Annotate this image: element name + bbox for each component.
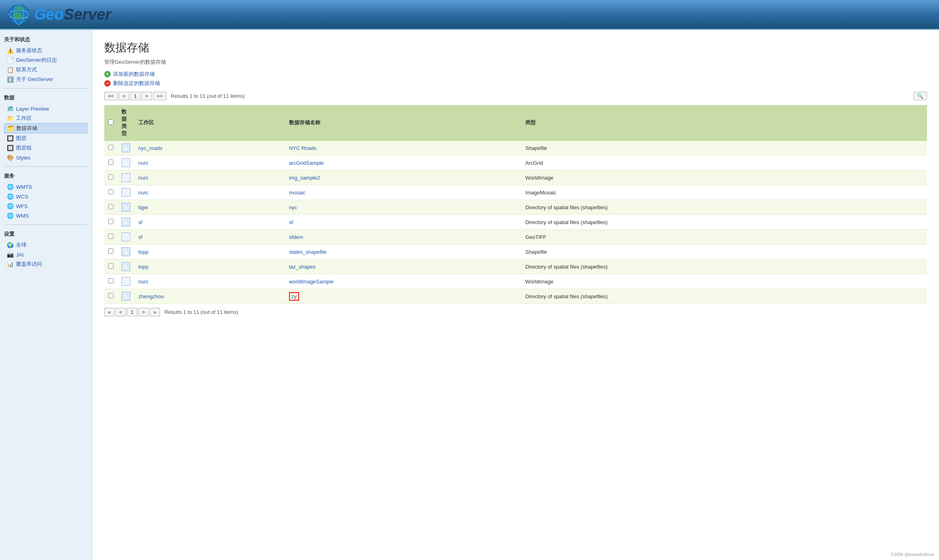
first-page-btn[interactable]: << [104,92,117,100]
next-page-btn[interactable]: > [142,92,152,100]
storename-link[interactable]: taz_shapes [289,264,316,270]
row-checkbox[interactable] [108,293,113,298]
sidebar-item-workspaces[interactable]: 📁 工作区 [4,113,88,123]
workspace-link[interactable]: nurc [138,279,148,285]
sidebar-item-wmts[interactable]: 🌐 WMTS [4,182,88,192]
workspace-link[interactable]: topp [138,249,148,255]
select-all-checkbox[interactable] [108,119,113,125]
storename-link[interactable]: sf [289,219,293,225]
grid-type-icon [121,158,130,167]
row-workspace[interactable]: nyc_roads [134,141,285,156]
row-icon-cell [117,185,134,200]
sidebar-item-logs[interactable]: 📄 GeoServer的日志 [4,55,88,65]
row-storename[interactable]: worldImageSample [285,274,522,289]
header-workspace: 工作区 [134,105,285,141]
sidebar-item-coverage[interactable]: 📊 覆盖率访问 [4,259,88,269]
storename-link[interactable]: NYC Roads [289,145,317,151]
sidebar-item-wms[interactable]: 🌐 WMS [4,211,88,220]
storename-link[interactable]: img_sample2 [289,175,320,181]
row-workspace[interactable]: zhengzhou [134,289,285,304]
storename-link[interactable]: worldImageSample [289,279,334,285]
table-header-row: 数据类型 工作区 数据存储名称 类型 [104,105,927,141]
workspace-link[interactable]: topp [138,264,148,270]
workspace-link[interactable]: nurc [138,190,148,196]
row-checkbox[interactable] [108,204,113,209]
row-storename[interactable]: sf [285,215,522,230]
row-workspace[interactable]: nurc [134,274,285,289]
storename-link[interactable]: mosaic [289,190,306,196]
storename-link[interactable]: sfdem [289,234,303,240]
sidebar-item-global[interactable]: 🌍 全球 [4,240,88,250]
sidebar-item-jai[interactable]: 📷 JAI [4,250,88,259]
first-page-btn-bottom[interactable]: « [104,308,114,316]
row-workspace[interactable]: nurc [134,185,285,200]
sidebar-section-data: 数据 [4,94,88,101]
add-datastore-link[interactable]: + 添加新的数据存储 [104,71,927,78]
row-workspace[interactable]: nurc [134,156,285,170]
page-subtitle: 管理GeoServer的数据存储 [104,59,927,66]
delete-datastore-link[interactable]: − 删除选定的数据存储 [104,80,927,87]
row-storename[interactable]: NYC Roads [285,141,522,156]
row-workspace[interactable]: topp [134,259,285,274]
workspace-link[interactable]: tiger [138,204,148,210]
storename-link[interactable]: arcGridSample [289,160,324,166]
row-checkbox[interactable] [108,189,113,194]
row-checkbox[interactable] [108,278,113,283]
next-page-btn-bottom[interactable]: > [138,308,149,316]
workspace-link[interactable]: nurc [138,160,148,166]
workspace-link[interactable]: nurc [138,175,148,181]
row-workspace[interactable]: tiger [134,200,285,215]
sidebar-item-layergroups[interactable]: 🔲 图层组 [4,143,88,153]
row-checkbox[interactable] [108,234,113,239]
row-storename[interactable]: nyc [285,200,522,215]
row-storename[interactable]: taz_shapes [285,259,522,274]
sidebar-item-layer-preview[interactable]: 🗺️ Layer Preview [4,104,88,113]
row-checkbox[interactable] [108,249,113,254]
sidebar-item-about[interactable]: ℹ️ 关于 GeoServer [4,75,88,84]
sidebar-item-datastores[interactable]: 🗂️ 数据存储 ➔ [4,123,88,133]
row-workspace[interactable]: nurc [134,170,285,185]
prev-page-btn[interactable]: < [119,92,129,100]
sidebar-item-wcs[interactable]: 🌐 WCS [4,192,88,201]
row-checkbox[interactable] [108,145,113,150]
row-storename[interactable]: arcGridSample [285,156,522,170]
row-storename[interactable]: sfdem [285,230,522,245]
pagination-info-top: Results 1 to 11 (out of 11 items) [171,93,245,99]
current-page-btn-bottom[interactable]: 1 [127,308,137,316]
sidebar-item-contact[interactable]: 📋 联系方式 [4,65,88,75]
row-checkbox[interactable] [108,160,113,165]
highlighted-store-name: zy [289,292,299,301]
coverage-icon: 📊 [6,261,14,268]
sidebar-item-styles[interactable]: 🎨 Styles [4,153,88,162]
sidebar-divider-1 [4,88,88,89]
row-workspace[interactable]: sf [134,230,285,245]
row-workspace[interactable]: sf [134,215,285,230]
prev-page-btn-bottom[interactable]: < [115,308,126,316]
last-page-btn[interactable]: >> [153,92,166,100]
last-page-btn-bottom[interactable]: » [150,308,160,316]
workspace-link[interactable]: zhengzhou [138,293,164,299]
file-type-icon: 📄 [121,262,130,271]
search-btn[interactable]: 🔍 [913,92,927,100]
sidebar-item-layers[interactable]: 🔲 图层 [4,133,88,143]
row-checkbox[interactable] [108,263,113,269]
storename-link[interactable]: nyc [289,204,297,210]
storename-link[interactable]: states_shapefile [289,249,327,255]
row-checkbox[interactable] [108,174,113,180]
delete-icon: − [104,80,111,87]
row-checkbox[interactable] [108,219,113,224]
current-page-btn[interactable]: 1 [130,92,140,100]
row-storename[interactable]: img_sample2 [285,170,522,185]
workspace-link[interactable]: sf [138,219,142,225]
sidebar-item-wfs[interactable]: 🌐 WFS [4,201,88,211]
sidebar-item-server-status[interactable]: ⚠️ 服务器状态 [4,46,88,55]
row-workspace[interactable]: topp [134,245,285,259]
workspace-link[interactable]: nyc_roads [138,145,162,151]
row-storename[interactable]: states_shapefile [285,245,522,259]
row-storename[interactable]: zy [285,289,522,304]
workspace-link[interactable]: sf [138,234,142,240]
sidebar-label-contact: 联系方式 [16,66,37,73]
row-icon-cell [117,156,134,170]
row-storename[interactable]: mosaic [285,185,522,200]
row-icon-cell: 📄 [117,141,134,156]
